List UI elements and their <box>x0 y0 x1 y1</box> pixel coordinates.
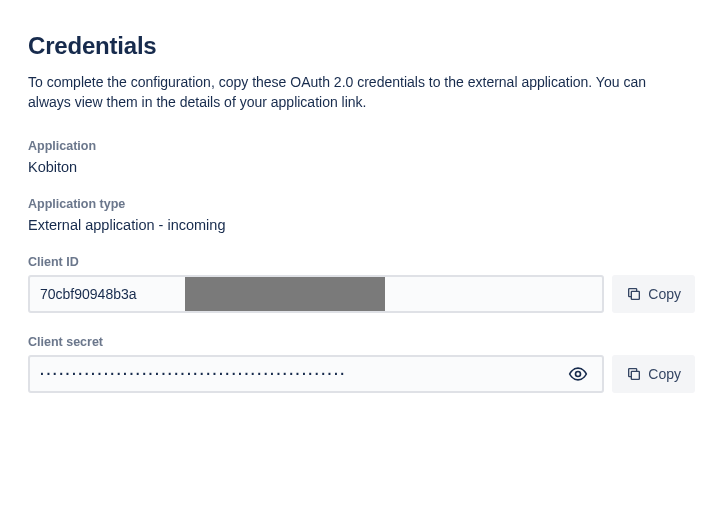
copy-client-id-label: Copy <box>648 286 681 302</box>
copy-icon <box>626 366 642 382</box>
svg-rect-2 <box>632 371 640 379</box>
client-id-value: 70cbf90948b3a <box>40 286 137 302</box>
client-secret-input[interactable]: ········································… <box>28 355 604 393</box>
svg-rect-0 <box>632 291 640 299</box>
svg-point-1 <box>576 371 581 376</box>
client-id-label: Client ID <box>28 255 695 269</box>
application-label: Application <box>28 139 695 153</box>
copy-client-secret-label: Copy <box>648 366 681 382</box>
application-type-label: Application type <box>28 197 695 211</box>
copy-icon <box>626 286 642 302</box>
reveal-secret-button[interactable] <box>564 360 592 388</box>
application-type-field: Application type External application - … <box>28 197 695 233</box>
application-field: Application Kobiton <box>28 139 695 175</box>
client-secret-masked: ········································… <box>40 366 564 382</box>
eye-icon <box>568 364 588 384</box>
page-title: Credentials <box>28 32 695 60</box>
credentials-description: To complete the configuration, copy thes… <box>28 72 668 113</box>
client-secret-field: Client secret ··························… <box>28 335 695 393</box>
client-id-input[interactable]: 70cbf90948b3a <box>28 275 604 313</box>
application-type-value: External application - incoming <box>28 217 695 233</box>
redaction-block <box>185 277 385 311</box>
client-secret-label: Client secret <box>28 335 695 349</box>
client-id-field: Client ID 70cbf90948b3a Copy <box>28 255 695 313</box>
application-value: Kobiton <box>28 159 695 175</box>
copy-client-secret-button[interactable]: Copy <box>612 355 695 393</box>
copy-client-id-button[interactable]: Copy <box>612 275 695 313</box>
